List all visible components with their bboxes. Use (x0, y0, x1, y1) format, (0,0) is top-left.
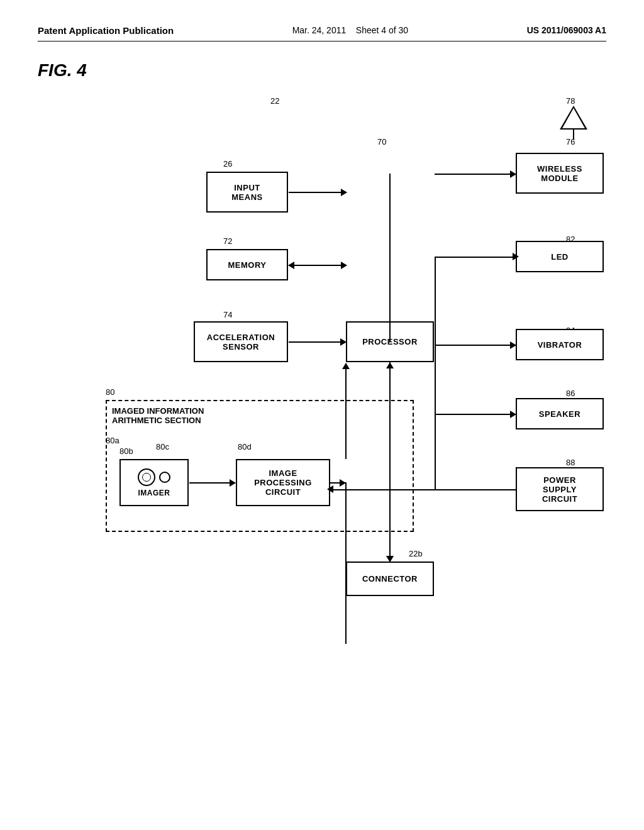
arrow-memory-proc (289, 265, 347, 266)
box-power-supply: POWER SUPPLY CIRCUIT (516, 467, 604, 511)
label-86: 86 (566, 389, 575, 398)
header-center: Mar. 24, 2011 Sheet 4 of 30 (292, 25, 408, 35)
page-header: Patent Application Publication Mar. 24, … (38, 25, 606, 42)
proc-bus-vertical (389, 174, 391, 341)
antenna-symbol (560, 106, 587, 140)
label-22b: 22b (409, 549, 423, 558)
dashed-section-label: IMAGED INFORMATION ARITHMETIC SECTION (112, 406, 204, 425)
label-78: 78 (566, 96, 575, 106)
label-22: 22 (270, 96, 279, 106)
box-connector: CONNECTOR (346, 562, 434, 596)
arrow-power-to-imageproc (331, 489, 516, 490)
label-70: 70 (377, 137, 386, 147)
label-80d: 80d (238, 442, 252, 451)
box-image-processing: IMAGE PROCESSING CIRCUIT (236, 459, 330, 506)
label-76: 76 (566, 137, 575, 147)
label-26: 26 (223, 159, 232, 169)
vert-imgproc-proc (345, 482, 347, 644)
arrow-imgproc-to-proc (330, 482, 345, 484)
header-left: Patent Application Publication (38, 25, 174, 36)
label-80b: 80b (119, 446, 133, 456)
arrow-proc-to-vibrator (435, 345, 516, 346)
figure-label: FIG. 4 (38, 60, 606, 80)
arrow-proc-to-led (435, 257, 516, 258)
arrowhead-led (513, 253, 519, 260)
diagram-area: 22 78 70 76 26 INPUT MEANS WIRELESS MODU… (38, 93, 606, 753)
box-imager: IMAGER (119, 459, 189, 506)
arrow-imageproc-up-to-proc (345, 363, 347, 459)
page: Patent Application Publication Mar. 24, … (0, 0, 644, 830)
proc-right-vertical (435, 257, 436, 341)
arrow-down-to-connector (389, 362, 391, 562)
arrow-imager-to-imgproc (189, 482, 235, 484)
box-vibrator: VIBRATOR (516, 329, 604, 360)
label-80: 80 (106, 387, 114, 397)
box-memory: MEMORY (206, 249, 288, 280)
dummy (345, 482, 347, 484)
box-speaker: SPEAKER (516, 398, 604, 429)
box-input-means: INPUT MEANS (206, 172, 288, 213)
box-wireless-module: WIRELESS MODULE (516, 153, 604, 194)
arrow-proc-to-speaker (435, 414, 516, 415)
proc-right-lowest (435, 414, 436, 489)
label-72: 72 (223, 236, 232, 246)
label-88: 88 (566, 458, 575, 467)
label-80c: 80c (156, 442, 169, 451)
header-right: US 2011/069003 A1 (527, 25, 606, 35)
arrow-proc-to-wireless (435, 174, 516, 175)
label-74: 74 (223, 310, 232, 319)
arrowhead-imageproc (327, 485, 333, 493)
box-accel-sensor: ACCELERATION SENSOR (194, 321, 288, 362)
arrow-input-to-proc (289, 192, 347, 193)
box-led: LED (516, 241, 604, 272)
label-80a: 80a (106, 436, 119, 445)
arrow-accel-to-proc (289, 341, 346, 343)
proc-right-lower (435, 341, 436, 417)
